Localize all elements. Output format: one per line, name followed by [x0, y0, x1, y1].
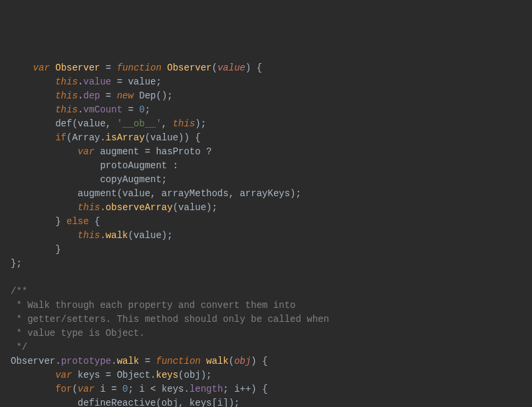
code-token: .: [100, 132, 105, 143]
code-token: =: [139, 356, 156, 366]
code-token: function: [156, 356, 200, 366]
code-token: keys: [156, 370, 178, 380]
code-line[interactable]: var augment = hasProto ?: [11, 145, 521, 159]
code-line[interactable]: for(var i = 0; i < keys.length; i++) {: [11, 382, 521, 396]
code-token: Observer: [167, 63, 211, 73]
code-token: {: [89, 216, 100, 227]
code-line[interactable]: this.dep = new Dep();: [11, 89, 521, 103]
code-token: ,: [162, 118, 173, 129]
code-token: (obj);: [178, 370, 211, 380]
code-token: Observer.: [11, 356, 61, 366]
code-line[interactable]: if(Array.isArray(value)) {: [11, 131, 521, 145]
code-token: length: [190, 384, 223, 394]
code-token: );: [195, 118, 206, 129]
code-token: .: [100, 202, 105, 213]
code-token: =: [100, 90, 116, 101]
code-token: =: [122, 104, 139, 115]
code-token: ) {: [251, 356, 267, 366]
code-token: this: [55, 104, 78, 115]
code-token: function: [117, 63, 162, 73]
code-token: else: [66, 216, 89, 227]
code-line[interactable]: var Observer = function Observer(value) …: [11, 61, 521, 75]
code-token: }: [55, 216, 66, 227]
code-token: walk: [106, 230, 128, 241]
code-token: var: [33, 63, 50, 73]
code-token: value: [217, 63, 245, 73]
code-line[interactable]: def(value, '__ob__', this);: [11, 117, 521, 131]
code-line[interactable]: [11, 271, 521, 285]
code-token: keys =: [72, 370, 116, 380]
code-line[interactable]: } else {: [11, 215, 521, 229]
code-token: =: [100, 63, 116, 73]
code-line[interactable]: Observer.prototype.walk = function walk(…: [11, 354, 521, 368]
code-line[interactable]: };: [11, 257, 521, 271]
code-token: .: [78, 76, 83, 87]
code-token: * getter/setters. This method should onl…: [11, 314, 329, 325]
code-token: }: [55, 244, 61, 255]
code-token: this: [55, 90, 78, 101]
code-token: .: [100, 230, 105, 241]
code-line[interactable]: * getter/setters. This method should onl…: [11, 313, 521, 327]
code-line[interactable]: this.observeArray(value);: [11, 201, 521, 215]
code-line[interactable]: this.value = value;: [11, 75, 521, 89]
code-token: */: [11, 342, 27, 352]
code-token: ; i < keys.: [128, 384, 189, 394]
code-token: (: [229, 356, 234, 366]
code-line[interactable]: this.vmCount = 0;: [11, 103, 521, 117]
code-token: copyAugment;: [100, 174, 167, 185]
code-token: for: [55, 384, 72, 394]
code-token: .: [78, 90, 83, 101]
code-token: var: [55, 370, 72, 380]
code-token: dep: [83, 90, 100, 101]
code-token: [201, 356, 206, 366]
code-line[interactable]: this.walk(value);: [11, 229, 521, 243]
code-token: (value);: [128, 230, 172, 241]
code-token: ) {: [245, 63, 262, 73]
code-token: (: [212, 63, 217, 73]
code-token: .: [111, 356, 116, 366]
code-token: [50, 63, 55, 73]
code-token: * value type is Object.: [11, 328, 145, 339]
code-editor[interactable]: var Observer = function Observer(value) …: [11, 61, 521, 407]
code-token: def(value,: [55, 118, 116, 129]
code-token: defineReactive(obj, keys[i]);: [78, 398, 240, 407]
code-line[interactable]: }: [11, 243, 521, 257]
code-token: '__ob__': [117, 118, 162, 129]
code-token: new: [117, 90, 134, 101]
code-token: (value);: [173, 202, 217, 213]
code-token: augment(value, arrayMethods, arrayKeys);: [78, 188, 301, 199]
code-token: /**: [11, 286, 27, 297]
code-line[interactable]: * Walk through each property and convert…: [11, 299, 521, 313]
code-token: walk: [206, 356, 229, 366]
code-token: .: [78, 104, 83, 115]
code-token: protoAugment :: [100, 160, 178, 171]
code-token: vmCount: [83, 104, 122, 115]
code-token: Dep();: [134, 90, 173, 101]
code-token: ; i++) {: [223, 384, 267, 394]
code-token: this: [78, 202, 100, 213]
code-token: this: [78, 230, 100, 241]
code-token: (value)) {: [145, 132, 201, 143]
code-token: augment = hasProto ?: [94, 146, 211, 157]
code-line[interactable]: protoAugment :: [11, 159, 521, 173]
code-line[interactable]: var keys = Object.keys(obj);: [11, 368, 521, 382]
code-token: (: [72, 384, 77, 394]
code-line[interactable]: /**: [11, 285, 521, 299]
code-token: Observer: [55, 63, 100, 73]
code-line[interactable]: augment(value, arrayMethods, arrayKeys);: [11, 187, 521, 201]
code-token: isArray: [106, 132, 145, 143]
code-token: observeArray: [106, 202, 173, 213]
code-line[interactable]: defineReactive(obj, keys[i]);: [11, 396, 521, 407]
code-token: * Walk through each property and convert…: [11, 300, 295, 311]
code-token: this: [55, 76, 78, 87]
code-token: prototype: [61, 356, 112, 366]
code-line[interactable]: * value type is Object.: [11, 327, 521, 340]
code-line[interactable]: copyAugment;: [11, 173, 521, 187]
code-token: var: [78, 146, 94, 157]
code-token: walk: [117, 356, 140, 366]
code-token: = value;: [111, 76, 162, 87]
code-token: this: [173, 118, 196, 129]
code-token: obj: [234, 356, 251, 366]
code-line[interactable]: */: [11, 340, 521, 354]
code-token: Array: [72, 132, 100, 143]
